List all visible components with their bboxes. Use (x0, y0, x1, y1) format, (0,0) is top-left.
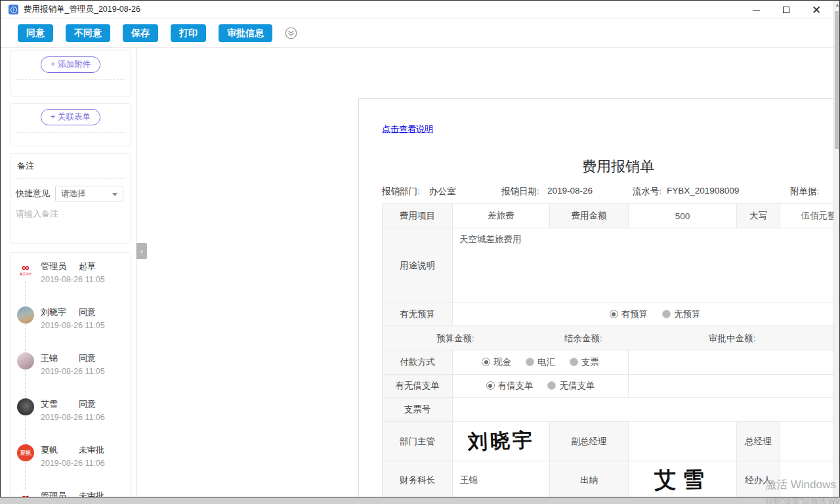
finance-label: 财务科长 (383, 461, 453, 498)
approval-item: ∞擎天动力 管理员 起草 2019-08-26 11:05 (17, 261, 125, 284)
loan-label: 有无借支单 (383, 375, 453, 398)
app-window: i 费用报销单_管理员_2019-08-26 ✕ 同意 不同意 保存 打印 审批… (0, 0, 840, 497)
approval-time: 2019-08-26 11:05 (41, 275, 105, 284)
minimize-button[interactable] (741, 1, 771, 19)
chevron-double-down-icon[interactable] (285, 27, 297, 39)
quick-opinion-value: 请选择 (61, 188, 86, 200)
linked-form-card: + 关联表单 (10, 103, 131, 146)
windows-activation-watermark: 激活 Windows 转到"设置"以激活 Windows。 (765, 477, 840, 504)
add-attachment-button[interactable]: + 添加附件 (41, 56, 100, 73)
company-logo-avatar: ∞擎天动力 (17, 490, 34, 497)
watermark-line1: 激活 Windows (765, 477, 840, 492)
quick-opinion-select[interactable]: 请选择 (55, 186, 123, 201)
remark-title: 备注 (16, 159, 125, 172)
approval-time: 2019-08-26 11:05 (41, 321, 105, 330)
divider (16, 178, 125, 179)
reimbursement-form-card: 点击查看说明 费用报销单 报销部门: 办公室 报销日期: 2019-08-26 … (358, 98, 840, 497)
radio-budget-no[interactable] (662, 310, 671, 318)
avatar (17, 306, 34, 324)
budget-label: 有无预算 (383, 303, 453, 326)
maximize-button[interactable] (771, 1, 801, 19)
remark-card: 备注 快捷意见 请选择 请输入备注 (10, 153, 131, 244)
radio-budget-yes[interactable] (610, 310, 618, 318)
vertical-scrollbar[interactable]: ▲ (833, 1, 839, 497)
radio-loan-yes[interactable] (486, 381, 495, 390)
chevron-down-icon (112, 193, 117, 196)
approver-name: 王锦 (41, 352, 79, 364)
form-info-row: 报销部门: 办公室 报销日期: 2019-08-26 流水号: FYBX_201… (382, 186, 840, 198)
approver-name: 管理员 (41, 490, 79, 497)
date-label: 报销日期: (501, 186, 539, 198)
cashier-label: 出纳 (550, 461, 629, 498)
serial-value: FYBX_201908009 (667, 186, 739, 196)
divider (16, 132, 125, 133)
purpose-label: 用途说明 (383, 228, 453, 303)
approval-item: 刘晓宇 同意 2019-08-26 11:05 (17, 306, 125, 330)
print-button[interactable]: 打印 (171, 24, 206, 42)
loan-yes-label: 有借支单 (498, 381, 534, 390)
budget-yes-label: 有预算 (621, 309, 648, 319)
save-button[interactable]: 保存 (123, 24, 158, 42)
divider (16, 79, 125, 80)
amount-value[interactable]: 500 (629, 204, 737, 228)
close-icon: ✕ (812, 5, 821, 16)
scroll-up-icon[interactable]: ▲ (835, 2, 840, 8)
avatar (17, 398, 34, 415)
cheque-no-label: 支票号 (383, 398, 453, 422)
cheque-no-value[interactable] (453, 398, 840, 422)
disagree-button[interactable]: 不同意 (66, 24, 110, 42)
approval-time: 2019-08-26 11:06 (41, 413, 105, 422)
window-title: 费用报销单_管理员_2019-08-26 (24, 4, 140, 15)
amount-summary-row: 预算金额: 结余金额: 审批中金额: (383, 326, 840, 350)
approval-status: 同意 (79, 306, 96, 318)
approver-name: 艾雪 (41, 398, 79, 410)
dept-head-signature: 刘晓宇 (467, 427, 535, 456)
payment-label: 付款方式 (383, 350, 453, 375)
remark-input[interactable]: 请输入备注 (16, 208, 125, 237)
main-area: 点击查看说明 费用报销单 报销部门: 办公室 报销日期: 2019-08-26 … (137, 48, 833, 497)
radio-payment-wire[interactable] (526, 358, 534, 366)
gm-label: 总经理 (737, 422, 780, 461)
approval-item: 王锦 同意 2019-08-26 11:05 (17, 352, 125, 376)
loan-no-label: 无借支单 (559, 381, 595, 390)
watermark-line2: 转到"设置"以激活 Windows。 (765, 496, 840, 504)
approval-item: ∞擎天动力 管理员 未审批 (17, 490, 125, 497)
sidebar-collapse-handle[interactable]: ‹ (136, 243, 147, 259)
gm-signature (780, 422, 840, 461)
approval-status: 未审批 (79, 490, 104, 497)
approver-name: 夏帆 (41, 444, 79, 456)
sidebar: + 添加附件 + 关联表单 备注 快捷意见 请选择 请输入备注 ∞擎天 (6, 48, 136, 497)
loan-extra-cell (629, 375, 840, 398)
toolbar: 同意 不同意 保存 打印 审批信息 (1, 19, 839, 48)
scrollbar-thumb[interactable] (835, 11, 839, 149)
view-instructions-link[interactable]: 点击查看说明 (382, 123, 433, 135)
maximize-icon (783, 7, 789, 13)
vp-signature (629, 422, 737, 461)
caps-label: 大写 (737, 204, 780, 228)
approval-info-button[interactable]: 审批信息 (219, 24, 272, 42)
approval-time: 2019-08-26 11:05 (41, 367, 105, 376)
amount-label: 费用金额 (550, 204, 629, 228)
form-title: 费用报销单 (359, 157, 840, 177)
expense-item-value[interactable]: 差旅费 (453, 204, 550, 228)
company-logo-avatar: ∞擎天动力 (17, 261, 34, 278)
purpose-value[interactable]: 天空城差旅费用 (453, 228, 840, 303)
title-bar: i 费用报销单_管理员_2019-08-26 ✕ (1, 1, 839, 19)
approval-status: 同意 (79, 398, 96, 410)
radio-payment-cash[interactable] (482, 358, 490, 366)
radio-payment-cheque[interactable] (570, 358, 578, 366)
agree-button[interactable]: 同意 (18, 24, 53, 42)
approver-name: 管理员 (41, 261, 79, 272)
radio-loan-no[interactable] (547, 381, 556, 390)
avatar: 夏帆 (17, 444, 34, 461)
close-button[interactable]: ✕ (801, 1, 831, 19)
avatar (17, 352, 34, 369)
link-form-button[interactable]: + 关联表单 (41, 109, 100, 125)
minimize-icon (753, 10, 760, 10)
app-info-icon: i (9, 5, 18, 14)
approving-amount-label: 审批中金额: (709, 333, 755, 345)
vp-label: 副总经理 (550, 422, 629, 461)
serial-label: 流水号: (633, 186, 662, 198)
cashier-signature: 艾雪 (654, 465, 711, 495)
approval-status: 未审批 (79, 444, 104, 456)
